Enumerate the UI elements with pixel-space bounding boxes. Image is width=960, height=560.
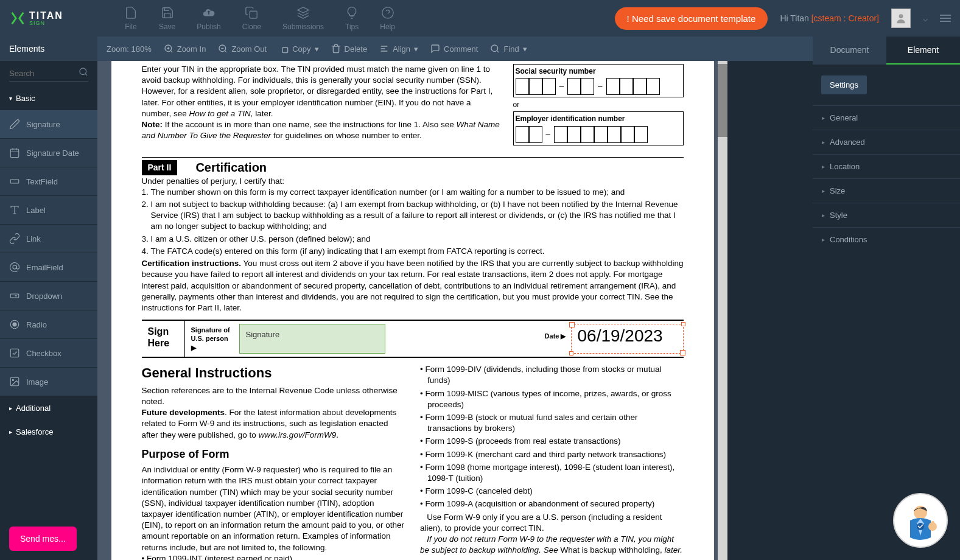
copy-icon <box>279 44 289 54</box>
element-checkbox[interactable]: Checkbox <box>0 339 97 367</box>
signature-field[interactable]: Signature <box>239 324 385 354</box>
element-label[interactable]: Label <box>0 196 97 224</box>
section-size[interactable]: Size <box>813 178 960 203</box>
align-button[interactable]: Align ▾ <box>379 44 418 54</box>
svg-point-12 <box>12 379 13 380</box>
document-canvas[interactable]: Social security number – – or Employer i… <box>97 61 727 560</box>
element-signature-date[interactable]: Signature Date <box>0 139 97 167</box>
send-message-button[interactable]: Send mes... <box>9 527 77 551</box>
bullet-l1: • Form 1099-INT (interest earned or paid… <box>142 553 405 560</box>
svg-rect-4 <box>10 149 19 158</box>
section-ref: Section references are to the Internal R… <box>142 385 405 407</box>
element-radio[interactable]: Radio <box>0 310 97 338</box>
section-basic[interactable]: Basic <box>0 86 97 110</box>
cert-item-3: I am a U.S. citizen or other U.S. person… <box>151 234 684 245</box>
avatar[interactable] <box>891 9 911 28</box>
zoom-out-icon <box>218 44 228 54</box>
no-return-para: If you do not return Form W-9 to the req… <box>420 534 684 556</box>
bullet-r3: • Form 1099-B (stock or mutual fund sale… <box>420 412 684 434</box>
help-icon <box>381 6 394 19</box>
section-general[interactable]: General <box>813 105 960 130</box>
element-signature[interactable]: Signature <box>0 110 97 138</box>
cloud-upload-icon <box>202 6 215 19</box>
part-ii-box: Part II <box>142 160 178 175</box>
menu-tips[interactable]: Tips <box>345 6 359 31</box>
perjury-text: Under penalties of perjury, I certify th… <box>142 176 684 187</box>
file-icon <box>124 6 138 19</box>
element-dropdown[interactable]: Dropdown <box>0 282 97 310</box>
element-emailfield[interactable]: EmailField <box>0 253 97 281</box>
section-additional[interactable]: Additional <box>0 396 97 420</box>
menu-clone[interactable]: Clone <box>242 6 261 31</box>
ssn-input-boxes[interactable]: – – <box>516 78 681 95</box>
ssn-label: Social security number <box>516 66 681 76</box>
delete-button[interactable]: Delete <box>331 44 368 54</box>
svg-point-16 <box>491 45 498 52</box>
find-button[interactable]: Find ▾ <box>490 44 527 54</box>
cert-title: Certification <box>195 159 267 176</box>
ein-input-boxes[interactable]: – <box>516 126 681 143</box>
comment-button[interactable]: Comment <box>430 44 478 54</box>
trash-icon <box>331 44 341 54</box>
purpose-text: An individual or entity (Form W-9 reques… <box>142 464 405 553</box>
app-logo[interactable]: TITAN SIGN <box>9 10 63 27</box>
use-w9-para: Use Form W-9 only if you are a U.S. pers… <box>420 512 684 534</box>
settings-button[interactable]: Settings <box>821 75 867 94</box>
date-field[interactable]: 06/19/2023 <box>571 324 684 354</box>
mascot-icon <box>899 499 942 542</box>
zoom-in-icon <box>164 44 173 54</box>
pencil-icon <box>9 119 20 130</box>
menu-submissions[interactable]: Submissions <box>282 6 324 31</box>
zoom-out-button[interactable]: Zoom Out <box>218 44 267 54</box>
textfield-icon <box>9 176 20 187</box>
section-conditions[interactable]: Conditions <box>813 227 960 251</box>
section-advanced[interactable]: Advanced <box>813 130 960 154</box>
text-icon <box>9 205 20 215</box>
lightbulb-icon <box>345 6 359 19</box>
search-icon[interactable] <box>79 67 88 79</box>
save-alert[interactable]: ! Need save document template <box>615 7 768 30</box>
align-icon <box>379 44 389 54</box>
menu-help[interactable]: Help <box>380 6 395 31</box>
comment-icon <box>430 44 440 54</box>
cert-item-2: I am not subject to backup withholding b… <box>151 199 684 233</box>
hamburger-menu[interactable] <box>940 15 951 22</box>
user-menu-chevron[interactable]: ⌵ <box>923 13 928 23</box>
save-icon <box>161 6 174 19</box>
canvas-scrollbar[interactable] <box>718 61 727 560</box>
cert-instructions: Certification instructions. You must cro… <box>142 258 684 313</box>
svg-rect-20 <box>931 521 934 527</box>
logo-icon <box>9 10 26 27</box>
element-textfield[interactable]: TextField <box>0 167 97 195</box>
menu-publish[interactable]: Publish <box>197 6 220 31</box>
bullet-r8: • Form 1099-A (acquisition or abandonmen… <box>420 499 684 509</box>
element-link[interactable]: Link <box>0 225 97 253</box>
svg-point-2 <box>899 14 903 18</box>
element-image[interactable]: Image <box>0 368 97 396</box>
cert-item-4: The FATCA code(s) entered on this form (… <box>151 246 684 257</box>
at-icon <box>9 262 20 273</box>
image-icon <box>9 376 20 387</box>
logo-title: TITAN <box>29 11 63 21</box>
sidebar-title: Elements <box>0 37 97 61</box>
svg-point-9 <box>13 323 16 326</box>
calendar-icon <box>9 147 20 158</box>
logo-subtitle: SIGN <box>29 21 63 26</box>
svg-rect-7 <box>10 294 19 298</box>
mascot-avatar[interactable] <box>893 493 948 548</box>
clone-icon <box>245 6 258 19</box>
date-label: Date ▶ <box>545 321 571 357</box>
section-style[interactable]: Style <box>813 203 960 227</box>
tab-element[interactable]: Element <box>886 37 960 65</box>
zoom-level: Zoom: 180% <box>107 44 152 54</box>
bullet-r6: • Form 1098 (home mortgage interest), 10… <box>420 462 684 484</box>
zoom-in-button[interactable]: Zoom In <box>164 44 206 54</box>
person-icon <box>895 12 907 24</box>
tab-document[interactable]: Document <box>813 37 886 65</box>
copy-button[interactable]: Copy ▾ <box>279 44 318 54</box>
menu-save[interactable]: Save <box>159 6 175 31</box>
search-input[interactable] <box>9 66 88 82</box>
section-salesforce[interactable]: Salesforce <box>0 420 97 444</box>
section-location[interactable]: Location <box>813 154 960 178</box>
menu-file[interactable]: File <box>124 6 138 31</box>
